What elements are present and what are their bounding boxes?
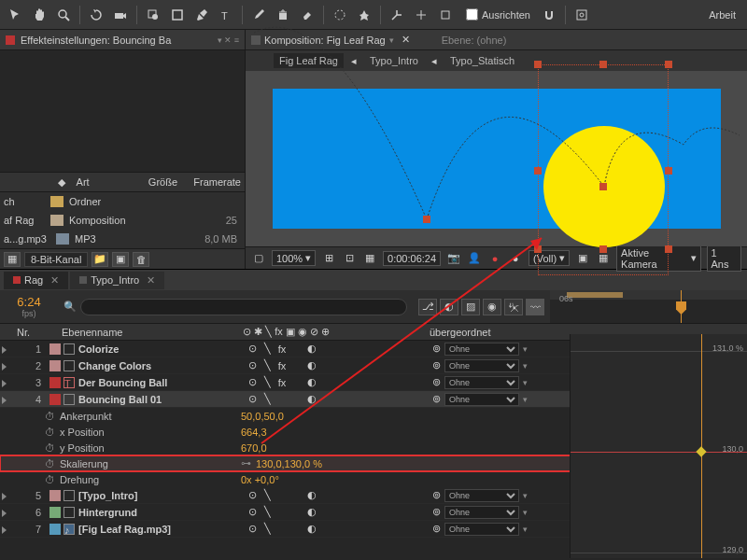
twirl-icon[interactable]	[2, 363, 7, 371]
current-time[interactable]: 6:24 fps)	[0, 290, 58, 323]
pickwhip-icon[interactable]: ⊚	[432, 523, 441, 535]
parent-select[interactable]: Ohne	[444, 393, 519, 406]
layer-switches[interactable]: ⊙╲◐	[246, 506, 432, 518]
pickwhip-icon[interactable]: ⊚	[432, 489, 441, 501]
layer-switches[interactable]: ⊙╲◐	[246, 393, 432, 405]
mask-toggle-icon[interactable]: ▢	[251, 251, 266, 266]
label-color[interactable]	[49, 360, 61, 371]
label-color[interactable]	[49, 343, 61, 355]
zoom-tool-icon[interactable]	[52, 4, 75, 26]
stopwatch-icon[interactable]: ⏱	[45, 427, 56, 438]
draft3d-icon[interactable]: ◐	[440, 299, 458, 315]
transform-handle[interactable]	[534, 167, 542, 175]
transform-handle[interactable]	[599, 61, 607, 68]
timeline-tab[interactable]: Typo_Intro✕	[70, 272, 164, 289]
layer-switches[interactable]: ⊙╲◐	[246, 523, 432, 535]
snap-icon[interactable]	[538, 4, 560, 26]
twirl-icon[interactable]	[2, 510, 7, 517]
view-axis-icon[interactable]	[434, 4, 457, 26]
camera-tool-icon[interactable]	[109, 4, 132, 26]
property-value[interactable]: 0x +0,0°	[241, 474, 279, 485]
keyframe-handle[interactable]	[423, 216, 430, 223]
breadcrumb-item[interactable]: Fig Leaf Rag	[274, 53, 344, 68]
pickwhip-icon[interactable]: ⊚	[432, 376, 441, 388]
twirl-icon[interactable]	[2, 397, 7, 404]
parent-select[interactable]: Ohne	[444, 359, 519, 372]
breadcrumb-item[interactable]: Typo_Intro	[364, 53, 424, 68]
label-color[interactable]	[49, 507, 61, 518]
panel-menu-icon[interactable]: ▾ ✕ ≡	[218, 35, 239, 45]
pan-behind-tool-icon[interactable]	[142, 4, 164, 26]
transform-handle[interactable]	[599, 245, 607, 253]
pickwhip-icon[interactable]: ⊚	[432, 393, 441, 405]
brainstorm-icon[interactable]: ⏧	[504, 299, 523, 315]
property-value[interactable]: 664,3	[241, 427, 267, 438]
comp-flow-icon[interactable]: ▦	[4, 252, 21, 267]
grid-icon[interactable]: ▦	[362, 251, 377, 266]
layer-name[interactable]: TDer Bouncing Ball	[63, 377, 246, 388]
comp-title[interactable]: Komposition: Fig Leaf Rag	[264, 35, 386, 46]
trash-icon[interactable]: 🗑	[133, 252, 149, 267]
layer-name[interactable]: [Typo_Intro]	[63, 490, 246, 501]
transform-handle[interactable]	[534, 61, 542, 68]
parent-select[interactable]: Ohne	[444, 523, 519, 536]
res-icon[interactable]: ⊞	[321, 251, 336, 266]
transform-handle[interactable]	[665, 167, 672, 175]
hand-tool-icon[interactable]	[28, 4, 50, 26]
frame-blend-icon[interactable]: ▨	[461, 299, 480, 315]
layer-panel-label[interactable]: Ebene: (ohne)	[442, 35, 507, 46]
layer-name[interactable]: Bouncing Ball 01	[63, 394, 246, 405]
project-item[interactable]: chOrdner	[0, 192, 245, 211]
bit-depth-button[interactable]: 8-Bit-Kanal	[24, 252, 88, 267]
timeline-tab[interactable]: Rag✕	[4, 272, 68, 289]
text-tool-icon[interactable]: T	[215, 4, 237, 26]
graph-editor-icon[interactable]: 〰	[526, 299, 544, 315]
views-select[interactable]: 1 Ans	[707, 245, 742, 272]
transform-handle[interactable]	[534, 245, 542, 253]
keyframe-icon[interactable]	[696, 446, 706, 456]
layer-name[interactable]: Hintergrund	[63, 507, 246, 518]
local-axis-icon[interactable]	[386, 4, 408, 26]
label-color[interactable]	[49, 394, 61, 405]
pickwhip-icon[interactable]: ⊚	[432, 343, 441, 355]
close-icon[interactable]: ✕	[402, 34, 410, 46]
new-comp-icon[interactable]: ▣	[112, 252, 129, 267]
zoom-select[interactable]: 100% ▾	[272, 250, 316, 266]
brush-tool-icon[interactable]	[247, 4, 270, 26]
shape-tool-icon[interactable]	[166, 4, 189, 26]
snapshot-icon[interactable]: 📷	[446, 251, 461, 266]
layer-switches[interactable]: ⊙╲fx◐	[246, 376, 432, 388]
safe-zones-icon[interactable]: ⊡	[342, 251, 357, 266]
align-checkbox[interactable]: Ausrichten	[466, 8, 530, 21]
twirl-icon[interactable]	[2, 526, 7, 534]
roto-tool-icon[interactable]	[329, 4, 351, 26]
parent-select[interactable]: Ohne	[444, 376, 519, 389]
label-color[interactable]	[49, 377, 61, 388]
layer-switches[interactable]: ⊙╲fx◐	[246, 359, 432, 371]
layer-switches[interactable]: ⊙╲fx◐	[246, 343, 432, 355]
layer-name[interactable]: Colorize	[63, 343, 246, 355]
effects-panel-header[interactable]: Effekteinstellungen: Bouncing Ba ▾ ✕ ≡	[0, 30, 245, 50]
rotate-tool-icon[interactable]	[85, 4, 107, 26]
eraser-tool-icon[interactable]	[296, 4, 318, 26]
property-value[interactable]: 130,0,130,0 %	[256, 458, 322, 469]
label-color[interactable]	[49, 524, 61, 535]
stopwatch-icon[interactable]: ⏱	[45, 474, 56, 485]
clone-tool-icon[interactable]	[272, 4, 294, 26]
transform-handle[interactable]	[665, 61, 672, 68]
label-color[interactable]	[49, 490, 61, 501]
layer-search-input[interactable]	[80, 299, 407, 315]
stopwatch-icon[interactable]: ⏱	[45, 458, 56, 469]
pickwhip-icon[interactable]: ⊚	[432, 359, 441, 371]
world-axis-icon[interactable]	[410, 4, 432, 26]
twirl-icon[interactable]	[2, 380, 7, 387]
search-help-icon[interactable]	[571, 4, 593, 26]
puppet-tool-icon[interactable]	[353, 4, 375, 26]
playhead[interactable]	[681, 290, 682, 323]
pen-tool-icon[interactable]	[190, 4, 213, 26]
property-value[interactable]: 50,0,50,0	[241, 411, 284, 422]
link-icon[interactable]: ⊶	[241, 457, 254, 469]
anchor-point-handle[interactable]	[599, 183, 607, 190]
timecode-display[interactable]: 0:00:06:24	[383, 251, 441, 266]
parent-select[interactable]: Ohne	[444, 489, 519, 502]
